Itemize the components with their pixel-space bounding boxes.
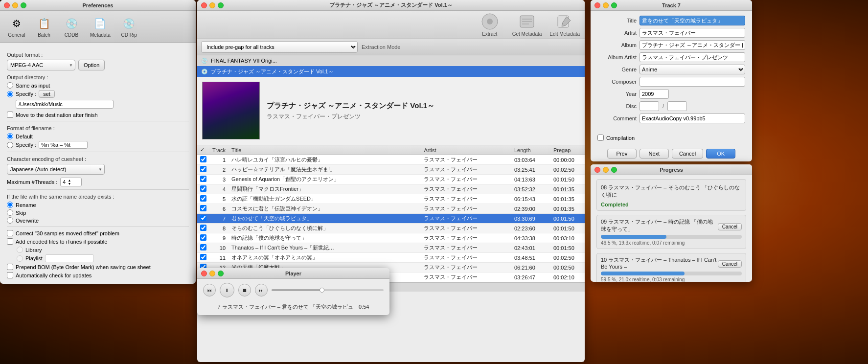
- library-radio[interactable]: [17, 247, 23, 253]
- traffic-lights[interactable]: [4, 2, 26, 8]
- album-field[interactable]: [640, 40, 745, 50]
- close-button[interactable]: [4, 2, 10, 8]
- progress-thumb[interactable]: [320, 288, 324, 293]
- disc-number-field[interactable]: [640, 101, 659, 111]
- track-minimize[interactable]: [603, 2, 609, 8]
- format-select[interactable]: MPEG-4 AAC: [7, 60, 75, 70]
- main-minimize-button[interactable]: [209, 2, 215, 8]
- toolbar-metadata[interactable]: 📄 Metadata: [86, 14, 114, 40]
- progress-traffic-lights[interactable]: [594, 167, 617, 173]
- get-metadata-button[interactable]: Get Metadata: [512, 13, 542, 37]
- specify-radio[interactable]: [7, 91, 13, 97]
- player-traffic-lights[interactable]: [201, 271, 224, 276]
- option-button[interactable]: Option: [78, 60, 105, 70]
- main-close-button[interactable]: [201, 2, 207, 8]
- next-button[interactable]: Next: [640, 149, 669, 159]
- prepend-bom-checkbox[interactable]: [7, 264, 13, 270]
- track-check[interactable]: [197, 214, 209, 224]
- player-minimize[interactable]: [209, 271, 215, 276]
- correct-offset-checkbox[interactable]: [7, 230, 13, 236]
- album-item-1[interactable]: 💿 FINAL FANTASY VII Origi...: [197, 55, 585, 66]
- minimize-button[interactable]: [12, 2, 18, 8]
- ok-button[interactable]: OK: [706, 149, 735, 159]
- track-check[interactable]: [197, 243, 209, 253]
- table-row[interactable]: 7 君をのせて「天空の城ラピュタ」 ラスマス・フェイバー 03:30:69 00…: [197, 214, 585, 224]
- edit-metadata-button[interactable]: Edit Metadata: [549, 13, 580, 37]
- player-progress-bar[interactable]: [272, 289, 384, 291]
- album-item-2[interactable]: 💿 プラチナ・ジャズ ～アニメ・スタンダード Vol.1～: [197, 66, 585, 77]
- player-next-button[interactable]: ⏭: [255, 284, 268, 296]
- move-after-finish-checkbox[interactable]: [7, 112, 13, 118]
- toolbar-general[interactable]: ⚙ General: [4, 14, 29, 40]
- auto-check-checkbox[interactable]: [7, 272, 13, 278]
- genre-select[interactable]: Anime: [640, 65, 745, 74]
- same-as-input-radio[interactable]: [7, 82, 13, 89]
- player-prev-button[interactable]: ⏮: [203, 284, 216, 296]
- table-row[interactable]: 4 星間飛行「マクロスFrontier」 ラスマス・フェイバー 03:52:32…: [197, 184, 585, 194]
- track-checkbox[interactable]: [200, 166, 206, 172]
- track-check[interactable]: [197, 184, 209, 194]
- track-check[interactable]: [197, 204, 209, 214]
- track-check[interactable]: [197, 155, 209, 165]
- spinner-up[interactable]: ▲: [68, 179, 71, 182]
- playlist-radio[interactable]: [17, 255, 23, 262]
- progress-cancel-button[interactable]: Cancel: [718, 260, 742, 268]
- main-traffic-lights[interactable]: [201, 2, 224, 8]
- track-checkbox[interactable]: [200, 156, 206, 162]
- track-checkbox[interactable]: [200, 205, 206, 211]
- overwrite-radio[interactable]: [7, 217, 13, 224]
- table-row[interactable]: 8 そらのむこう「ひぐらしのなく頃に解」 ラスマス・フェイバー 02:23:60…: [197, 224, 585, 233]
- progress-close[interactable]: [594, 167, 600, 173]
- track-checkbox[interactable]: [200, 195, 206, 202]
- table-row[interactable]: 2 ハッピー☆マテリアル「魔法先生ネギま!」 ラスマス・フェイバー 03:25:…: [197, 165, 585, 175]
- toolbar-cddb[interactable]: 💿 CDDB: [59, 14, 84, 40]
- track-checkbox[interactable]: [200, 244, 206, 250]
- table-row[interactable]: 10 Thanatos – If I Can't Be Yours –「新世紀……: [197, 243, 585, 253]
- progress-maximize[interactable]: [611, 167, 617, 173]
- track-checkbox[interactable]: [200, 215, 206, 221]
- extraction-mode-select[interactable]: Include pre-gap for all tracks: [201, 41, 358, 53]
- track-close[interactable]: [594, 2, 600, 8]
- track-check[interactable]: [197, 224, 209, 233]
- format-pattern-input[interactable]: [39, 141, 88, 149]
- track-check[interactable]: [197, 194, 209, 204]
- track-check[interactable]: [197, 253, 209, 263]
- artist-field[interactable]: [640, 28, 745, 38]
- composer-field[interactable]: [640, 77, 745, 87]
- player-pause-button[interactable]: ⏸: [220, 283, 234, 297]
- disc-total-field[interactable]: [667, 101, 687, 111]
- player-stop-button[interactable]: ⏹: [238, 284, 251, 296]
- cancel-button[interactable]: Cancel: [672, 149, 703, 159]
- track-checkbox[interactable]: [200, 234, 206, 241]
- specify-format-radio[interactable]: [7, 142, 13, 148]
- track-scroll[interactable]: ✓ Track Title Artist Length Pregap 1 ハレ晴…: [197, 145, 585, 282]
- player-close[interactable]: [201, 271, 207, 276]
- main-maximize-button[interactable]: [218, 2, 224, 8]
- track-traffic-lights[interactable]: [594, 2, 617, 8]
- table-row[interactable]: 3 Genesis of Aquarion「創聖のアクエリオン」 ラスマス・フェ…: [197, 175, 585, 184]
- track-check[interactable]: [197, 233, 209, 243]
- toolbar-batch[interactable]: 📋 Batch: [31, 14, 57, 40]
- table-row[interactable]: 9 時の記憶「僕の地球を守って」 ラスマス・フェイバー 04:33:38 00:…: [197, 233, 585, 243]
- spinner-down[interactable]: ▼: [68, 182, 71, 185]
- track-checkbox[interactable]: [200, 254, 206, 260]
- encoding-select[interactable]: Japanese (Auto-detect): [7, 164, 105, 175]
- table-row[interactable]: 5 水の証「機動戦士ガンダムSEED」 ラスマス・フェイバー 06:15:43 …: [197, 194, 585, 204]
- extract-button[interactable]: Extract: [475, 13, 504, 37]
- skip-radio[interactable]: [7, 209, 13, 216]
- track-check[interactable]: [197, 165, 209, 175]
- track-checkbox[interactable]: [200, 176, 206, 182]
- compilation-checkbox[interactable]: [597, 135, 604, 141]
- comment-field[interactable]: [640, 114, 745, 123]
- add-itunes-checkbox[interactable]: [7, 238, 13, 245]
- album-artist-field[interactable]: [640, 52, 745, 62]
- prev-button[interactable]: Prev: [607, 149, 637, 159]
- threads-spinner[interactable]: 4 ▲ ▼: [60, 178, 82, 186]
- playlist-input[interactable]: [45, 254, 94, 262]
- maximize-button[interactable]: [21, 2, 26, 8]
- set-button[interactable]: set: [39, 90, 55, 98]
- title-field[interactable]: [640, 16, 745, 25]
- progress-minimize[interactable]: [603, 167, 609, 173]
- year-field[interactable]: [640, 89, 669, 99]
- track-checkbox[interactable]: [200, 185, 206, 192]
